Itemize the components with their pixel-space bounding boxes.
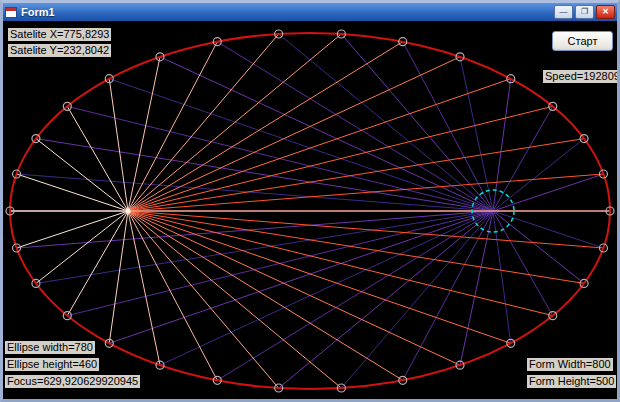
ellipse-height-label: Ellipse height=460	[5, 358, 99, 371]
speed-label: Speed=1928096,6	[543, 70, 617, 83]
close-button[interactable]: ✕	[596, 5, 615, 19]
window-controls: — ❐ ✕	[554, 5, 615, 19]
window-title: Form1	[21, 3, 550, 21]
satellite-y-label: Satelite Y=232,8042	[8, 44, 111, 57]
form-height-label: Form Height=500	[527, 375, 616, 388]
form-width-label: Form Width=800	[527, 358, 613, 371]
titlebar[interactable]: Form1 — ❐ ✕	[3, 3, 617, 21]
focus-label: Focus=629,920629920945	[5, 375, 140, 388]
app-window: Form1 — ❐ ✕ Satelite X=775,8293 Satelite…	[0, 0, 620, 402]
form-icon	[5, 7, 17, 18]
start-button[interactable]: Старт	[552, 31, 613, 51]
orbit-canvas	[3, 21, 617, 399]
focus-dot	[126, 209, 131, 214]
ellipse-width-label: Ellipse width=780	[5, 341, 95, 354]
satellite-x-label: Satelite X=775,8293	[8, 28, 111, 41]
form-client-area: Satelite X=775,8293 Satelite Y=232,8042 …	[3, 21, 617, 399]
minimize-button[interactable]: —	[554, 5, 573, 19]
maximize-button[interactable]: ❐	[575, 5, 594, 19]
